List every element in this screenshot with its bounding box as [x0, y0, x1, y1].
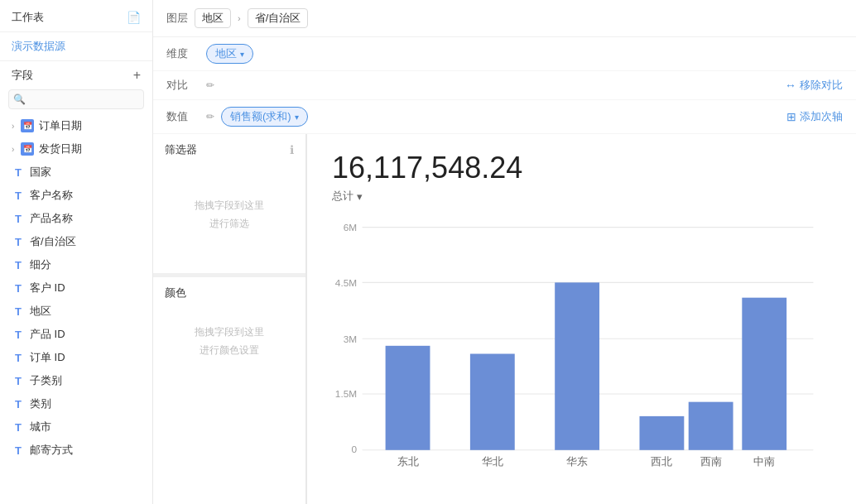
field-item-province[interactable]: T 省/自治区 [0, 230, 152, 253]
layer-toolbar: 图层 地区 › 省/自治区 [153, 0, 856, 37]
svg-text:6M: 6M [344, 222, 357, 233]
color-label-text: 颜色 [165, 286, 294, 300]
field-label: 地区 [30, 304, 51, 319]
remove-compare-button[interactable]: ↔ 移除对比 [785, 78, 843, 93]
field-label: 类别 [30, 396, 51, 411]
remove-compare-label: 移除对比 [800, 78, 843, 93]
field-item-order-date[interactable]: › 📅 订单日期 [0, 114, 152, 137]
value-caret-icon: ▾ [295, 113, 299, 122]
field-label: 邮寄方式 [30, 443, 73, 458]
text-icon: T [12, 352, 25, 364]
field-search-input[interactable] [8, 89, 144, 109]
chevron-right-icon: › [12, 145, 14, 154]
field-item-subcategory[interactable]: T 子类别 [0, 369, 152, 392]
filter-drop-zone[interactable]: 拖拽字段到这里 进行筛选 [165, 166, 294, 265]
layer-label: 图层 [166, 11, 188, 26]
date-icon: 📅 [21, 119, 34, 132]
dimension-tag-label: 地区 [215, 46, 237, 61]
field-item-product-name[interactable]: T 产品名称 [0, 207, 152, 230]
field-label: 子类别 [30, 373, 62, 388]
color-section: 颜色 拖拽字段到这里 进行颜色设置 [153, 277, 305, 504]
field-item-segment[interactable]: T 细分 [0, 253, 152, 276]
filter-label-text: 筛选器 [165, 142, 197, 157]
dimension-caret-icon: ▾ [240, 50, 244, 59]
text-icon: T [12, 236, 25, 248]
field-label: 国家 [30, 165, 51, 180]
field-item-city[interactable]: T 城市 [0, 415, 152, 439]
bar-dongbei[interactable] [386, 346, 430, 450]
text-icon: T [12, 398, 25, 410]
field-list: › 📅 订单日期 › 📅 发货日期 T 国家 T 客户名称 T 产品名称 T 省… [0, 114, 152, 504]
field-label: 订单 ID [30, 350, 65, 365]
color-drop-text-line1: 拖拽字段到这里 [195, 324, 264, 342]
value-tag[interactable]: 销售额(求和) ▾ [221, 107, 308, 127]
main-content: 图层 地区 › 省/自治区 维度 地区 ▾ 对比 ✏ ↔ 移除对比 数值 ✏ 销… [153, 0, 856, 504]
dimension-tag[interactable]: 地区 ▾ [206, 44, 253, 64]
sidebar-file-icon[interactable]: 📄 [127, 11, 141, 24]
dimension-label: 维度 [166, 46, 200, 61]
sidebar: 工作表 📄 演示数据源 字段 + 🔍 › 📅 订单日期 › 📅 发货日期 T 国… [0, 0, 153, 504]
svg-text:1.5M: 1.5M [335, 388, 357, 400]
text-icon: T [12, 213, 25, 225]
compare-edit-icon[interactable]: ✏ [206, 79, 214, 91]
bar-huadong[interactable] [555, 282, 599, 449]
text-icon: T [12, 421, 25, 434]
chart-subtitle-caret-icon[interactable]: ▾ [357, 190, 363, 203]
bar-huabei[interactable] [470, 354, 515, 450]
filter-drop-text-line1: 拖拽字段到这里 [195, 197, 264, 215]
fields-label: 字段 [12, 68, 33, 83]
breadcrumb-province[interactable]: 省/自治区 [248, 8, 309, 28]
sidebar-header: 工作表 📄 [0, 0, 152, 32]
filter-drop-text-line2: 进行筛选 [209, 215, 249, 233]
search-icon: 🔍 [13, 94, 26, 105]
text-icon: T [12, 190, 25, 202]
add-axis-button[interactable]: ⊞ 添加次轴 [786, 109, 843, 124]
text-icon: T [12, 329, 25, 341]
field-item-category[interactable]: T 类别 [0, 392, 152, 415]
field-label: 客户 ID [30, 281, 65, 295]
left-panel: 筛选器 ℹ 拖拽字段到这里 进行筛选 颜色 拖拽字段到这里 进行颜色设置 [153, 134, 306, 504]
color-drop-zone[interactable]: 拖拽字段到这里 进行颜色设置 [165, 309, 294, 375]
chart-total-value: 16,117,548.24 [332, 151, 831, 185]
bar-xinan[interactable] [689, 402, 733, 450]
field-label: 细分 [30, 257, 51, 272]
text-icon: T [12, 444, 25, 457]
svg-text:中南: 中南 [753, 455, 775, 468]
datasource-link[interactable]: 演示数据源 [0, 32, 152, 61]
field-item-ship-date[interactable]: › 📅 发货日期 [0, 137, 152, 161]
chart-subtitle: 总计 ▾ [332, 189, 831, 204]
value-label: 数值 [166, 109, 200, 124]
svg-text:0: 0 [352, 444, 358, 455]
field-item-product-id[interactable]: T 产品 ID [0, 323, 152, 346]
field-item-customer-name[interactable]: T 客户名称 [0, 184, 152, 207]
add-axis-label: 添加次轴 [800, 109, 843, 124]
svg-text:东北: 东北 [397, 455, 419, 468]
chevron-right-icon: › [12, 122, 14, 131]
field-label: 发货日期 [39, 142, 82, 156]
add-axis-icon: ⊞ [786, 110, 796, 123]
field-item-ship-mode[interactable]: T 邮寄方式 [0, 439, 152, 462]
content-body: 筛选器 ℹ 拖拽字段到这里 进行筛选 颜色 拖拽字段到这里 进行颜色设置 [153, 134, 856, 504]
field-item-customer-id[interactable]: T 客户 ID [0, 276, 152, 300]
field-label: 订单日期 [39, 118, 82, 133]
text-icon: T [12, 166, 25, 179]
field-label: 产品 ID [30, 327, 65, 342]
field-label: 省/自治区 [30, 234, 76, 249]
compare-label: 对比 [166, 78, 200, 93]
bar-zhongnan[interactable] [742, 298, 786, 450]
bar-xibei[interactable] [639, 416, 684, 450]
filter-header: 筛选器 ℹ [165, 142, 294, 157]
field-item-order-id[interactable]: T 订单 ID [0, 346, 152, 369]
svg-text:4.5M: 4.5M [335, 277, 357, 289]
date-icon: 📅 [21, 142, 34, 156]
value-edit-icon[interactable]: ✏ [206, 111, 214, 122]
field-label: 客户名称 [30, 188, 73, 203]
field-item-region[interactable]: T 地区 [0, 300, 152, 323]
dimension-row: 维度 地区 ▾ [153, 37, 856, 71]
svg-text:华东: 华东 [566, 455, 588, 468]
value-row: 数值 ✏ 销售额(求和) ▾ ⊞ 添加次轴 [153, 100, 856, 134]
add-field-button[interactable]: + [133, 68, 141, 83]
color-drop-text-line2: 进行颜色设置 [200, 342, 259, 360]
breadcrumb-region[interactable]: 地区 [195, 8, 231, 28]
field-item-country[interactable]: T 国家 [0, 161, 152, 184]
